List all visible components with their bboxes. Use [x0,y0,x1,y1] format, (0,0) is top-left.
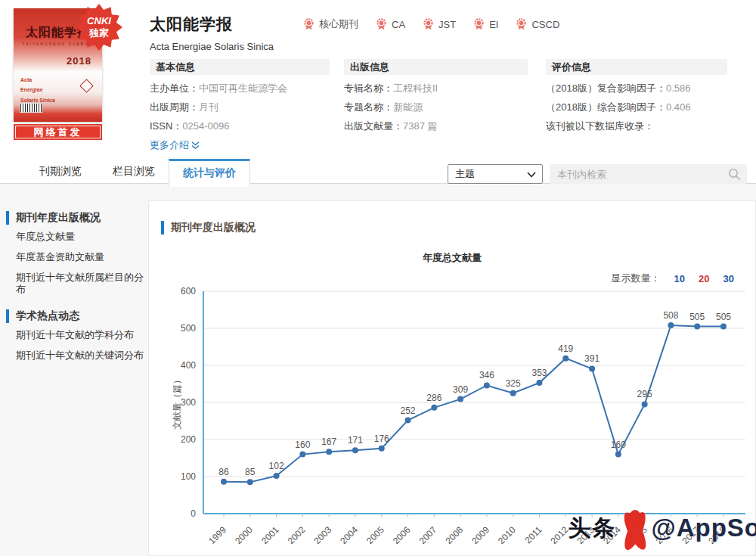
svg-text:2010: 2010 [496,524,518,546]
svg-text:1999: 1999 [206,524,228,546]
svg-text:167: 167 [321,436,336,447]
double-chevron-down-icon [191,141,200,150]
svg-text:102: 102 [269,461,284,471]
basic-info-header: 基本信息 [150,59,330,75]
badge-core-journal: 核心期刊 [302,17,358,31]
info-row-frequency: 出版周期：月刊 [150,98,330,116]
sidebar-group-annual-overview: 期刊年度出版概况 [6,211,144,225]
medal-icon [472,17,485,31]
svg-text:505: 505 [716,312,731,322]
svg-text:200: 200 [181,434,196,445]
watermark: 头条 @AppSo [569,505,756,551]
tab-bar: 刊期浏览 栏目浏览 统计与评价 主题 [0,159,756,184]
sidebar: 期刊年度出版概况 年度总文献量 年度基金资助文献量 期刊近十年文献所属栏目的分布… [0,200,144,370]
svg-text:2011: 2011 [522,524,544,545]
svg-text:2005: 2005 [364,524,386,546]
info-row-comprehensive-if: （2018版）综合影响因子：0.406 [546,98,727,116]
publication-info-section: 出版信息 专辑名称：工程科技II 专题名称：新能源 出版文献量：7387 篇 [344,59,528,135]
blue-bar-icon [6,309,9,323]
cnki-exclusive-badge: CNKI 独家 [76,4,122,51]
page-subtitle: Acta Energiae Solaris Sinica [150,41,274,52]
svg-text:2012: 2012 [549,524,571,546]
sidebar-item-column-distribution[interactable]: 期刊近十年文献所属栏目的分布 [16,272,144,296]
svg-text:419: 419 [558,343,573,354]
svg-text:160: 160 [611,440,626,450]
tab-column-browse[interactable]: 栏目浏览 [102,159,166,184]
publisher-logo [79,79,93,92]
svg-text:160: 160 [295,440,310,450]
more-intro-link[interactable]: 更多介绍 [150,135,200,154]
svg-text:505: 505 [689,312,705,322]
info-row-indexed-by: 该刊被以下数据库收录： [546,116,727,135]
svg-text:346: 346 [479,370,494,381]
barcode [20,103,42,113]
cover-year: 2018 [67,55,91,67]
publication-info-header: 出版信息 [344,59,528,75]
info-row-series: 专辑名称：工程科技II [344,79,528,98]
page-title: 太阳能学报 [150,14,233,35]
tab-statistics-evaluation[interactable]: 统计与评价 [169,159,250,187]
sidebar-group-academic-hotspots: 学术热点动态 [6,309,144,323]
svg-text:500: 500 [181,323,196,334]
badge-ca: CA [375,17,405,31]
cover-latin-name: Acta Energiae Solaris Sinica [20,75,55,105]
display-count-option-20[interactable]: 20 [699,273,709,284]
evaluation-info-section: 评价信息 （2018版）复合影响因子：0.586 （2018版）综合影响因子：0… [546,59,727,135]
svg-text:2004: 2004 [338,524,360,546]
search-input[interactable] [550,164,747,184]
sidebar-item-keyword-distribution[interactable]: 期刊近十年文献的关键词分布 [16,349,144,362]
chart-title: 年度总文献量 [149,251,755,265]
svg-text:0: 0 [191,508,196,519]
svg-text:295: 295 [637,389,652,399]
svg-text:286: 286 [426,393,442,403]
info-row-doc-count: 出版文献量：7387 篇 [344,116,528,135]
info-row-issn: ISSN：0254-0096 [150,116,330,135]
svg-text:86: 86 [218,467,229,477]
watermark-en-text: @AppSo [652,514,756,542]
badge-ei: EI [472,17,498,31]
watermark-cn-text: 头条 [569,513,617,544]
svg-text:2006: 2006 [391,524,413,546]
svg-text:文献量（篇）: 文献量（篇） [172,375,182,430]
tab-issue-browse[interactable]: 刊期浏览 [29,159,92,184]
svg-text:300: 300 [181,397,196,408]
display-count-option-30[interactable]: 30 [723,273,734,284]
evaluation-info-header: 评价信息 [546,59,727,75]
medal-icon [302,17,315,31]
info-row-composite-if: （2018版）复合影响因子：0.586 [546,79,727,98]
sidebar-item-annual-funded-docs[interactable]: 年度基金资助文献量 [16,251,144,263]
journal-header: 太阳能学报 TAIYANGNENG XUEBAO 2018 Acta Energ… [0,0,756,159]
sidebar-item-annual-total-docs[interactable]: 年度总文献量 [16,231,144,243]
svg-text:391: 391 [584,353,600,364]
svg-text:252: 252 [401,405,416,416]
info-row-topic: 专题名称：新能源 [344,98,528,116]
badge-cscd: CSCD [515,17,559,31]
svg-text:2008: 2008 [443,524,465,546]
search-box [550,164,747,184]
search-icon[interactable] [728,168,741,181]
display-count-option-10[interactable]: 10 [674,273,685,284]
svg-text:2001: 2001 [259,524,281,546]
svg-text:2003: 2003 [311,524,333,546]
svg-text:2000: 2000 [233,524,255,546]
svg-text:171: 171 [348,435,363,446]
sidebar-item-subject-distribution[interactable]: 期刊近十年文献的学科分布 [16,329,144,341]
svg-text:85: 85 [245,467,256,477]
svg-text:600: 600 [181,286,196,297]
chevron-down-icon [527,172,536,178]
medal-icon [515,17,528,31]
search-field-select[interactable]: 主题 [448,164,543,184]
svg-text:353: 353 [531,368,547,378]
svg-text:2009: 2009 [469,524,491,546]
blue-bar-icon [6,211,9,225]
info-row-sponsor: 主办单位：中国可再生能源学会 [150,79,330,98]
watermark-logo-icon [614,508,656,554]
main-content-card: 期刊年度出版概况 年度总文献量 显示数量： 10 20 30 010020030… [148,200,756,556]
section-title: 期刊年度出版概况 [161,221,256,235]
journal-badges: 核心期刊 CA JST EI CSCD [302,17,559,31]
online-first-banner[interactable]: 网络首发 [14,124,102,140]
blue-bar-icon [161,221,164,235]
svg-text:309: 309 [453,384,468,395]
badge-jst: JST [422,17,456,31]
svg-text:100: 100 [181,471,196,482]
